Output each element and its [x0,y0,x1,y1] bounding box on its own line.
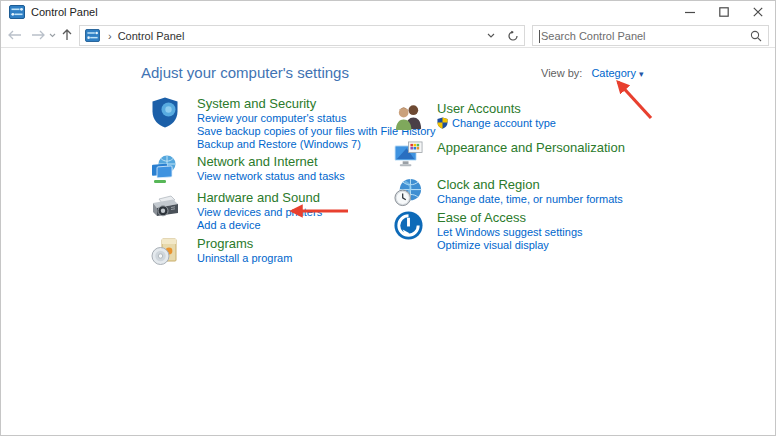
forward-button[interactable] [28,23,48,47]
system-security-icon[interactable] [149,96,181,150]
category-title-network-and-internet[interactable]: Network and Internet [197,154,345,169]
link-network-status-tasks[interactable]: View network status and tasks [197,170,345,182]
annotation-layer [1,1,776,436]
uac-shield-icon [437,117,448,129]
category-title-programs[interactable]: Programs [197,236,292,251]
category-programs: Programs Uninstall a program [149,236,292,272]
link-optimize-visual-display[interactable]: Optimize visual display [437,239,583,251]
control-panel-icon [9,4,25,20]
category-clock-and-region: Clock and Region Change date, time, or n… [393,177,623,212]
control-panel-icon [85,29,101,43]
link-change-date-time-formats[interactable]: Change date, time, or number formats [437,193,623,205]
up-icon [62,29,72,41]
minimize-button[interactable] [673,1,707,23]
link-uninstall-a-program[interactable]: Uninstall a program [197,252,292,264]
title-bar: Control Panel [1,1,775,23]
history-chevron-icon [49,33,56,38]
user-accounts-icon[interactable] [393,101,424,136]
control-panel-window: Control Panel [0,0,776,436]
link-view-devices-and-printers[interactable]: View devices and printers [197,206,322,218]
link-let-windows-suggest-settings[interactable]: Let Windows suggest settings [437,226,583,238]
page-title: Adjust your computer's settings [141,64,349,81]
category-ease-of-access: Ease of Access Let Windows suggest setti… [393,210,583,251]
breadcrumb-chevron-icon: › [108,30,112,42]
text-cursor [539,30,540,43]
network-internet-icon[interactable] [149,154,181,190]
search-icon [744,30,768,42]
hardware-sound-icon[interactable] [149,190,181,231]
address-dropdown-button[interactable] [480,26,502,45]
refresh-button[interactable] [502,25,525,46]
address-bar[interactable]: › Control Panel [79,25,503,46]
clock-region-icon[interactable] [393,177,424,212]
category-hardware-and-sound: Hardware and Sound View devices and prin… [149,190,322,231]
view-by-dropdown-icon[interactable]: ▾ [639,69,644,79]
appearance-personalization-icon[interactable] [393,140,424,175]
category-user-accounts: User Accounts Change account type [393,101,556,136]
minimize-icon [685,7,695,17]
link-change-account-type[interactable]: Change account type [437,117,556,129]
close-button[interactable] [741,1,775,23]
category-title-user-accounts[interactable]: User Accounts [437,101,556,116]
maximize-icon [719,7,729,17]
view-by-control: View by:Category▾ [541,67,644,79]
ease-of-access-icon[interactable] [393,210,424,251]
close-icon [753,7,763,17]
category-title-appearance-and-personalization[interactable]: Appearance and Personalization [437,140,625,155]
category-title-ease-of-access[interactable]: Ease of Access [437,210,583,225]
category-title-clock-and-region[interactable]: Clock and Region [437,177,623,192]
back-button[interactable] [5,23,25,47]
link-add-a-device[interactable]: Add a device [197,219,322,231]
view-by-value[interactable]: Category [591,67,636,79]
address-chevron-icon [487,33,495,38]
category-network-and-internet: Network and Internet View network status… [149,154,345,190]
view-by-label: View by: [541,67,582,79]
category-title-hardware-and-sound[interactable]: Hardware and Sound [197,190,322,205]
breadcrumb-item-control-panel[interactable]: Control Panel [118,30,185,42]
link-change-account-type-label: Change account type [452,117,556,129]
up-button[interactable] [57,23,77,47]
navigation-bar: › Control Panel [1,23,775,48]
search-input[interactable] [533,30,744,42]
category-appearance-and-personalization: Appearance and Personalization [393,140,625,175]
back-icon [8,30,22,40]
red-arrow-to-category [618,82,651,118]
programs-icon[interactable] [149,236,181,272]
refresh-icon [507,30,519,42]
forward-icon [31,30,45,40]
window-title: Control Panel [31,6,98,18]
maximize-button[interactable] [707,1,741,23]
search-box[interactable] [532,25,769,46]
